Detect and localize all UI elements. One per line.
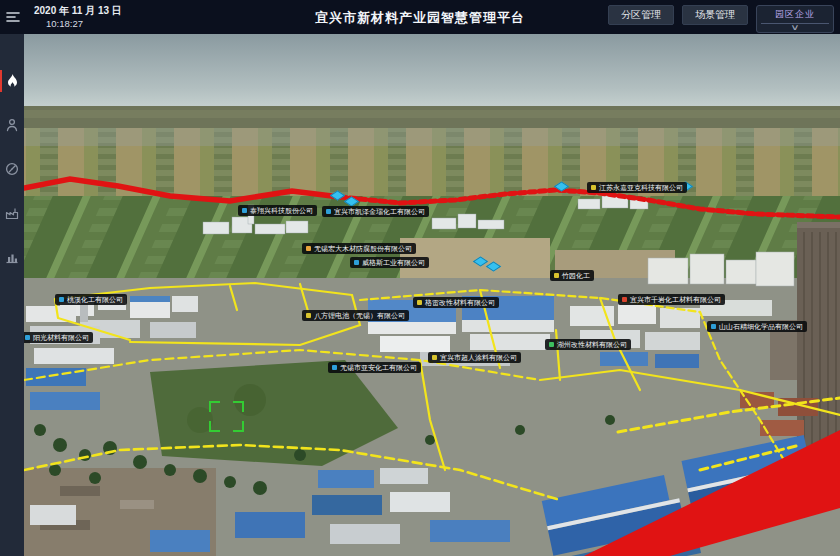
company-marker-icon — [622, 297, 627, 302]
company-name: 威格斯工业有限公司 — [362, 259, 425, 266]
map-label[interactable]: 宜兴市凯泽金瑞化工有限公司 — [322, 206, 429, 217]
sidebar — [0, 34, 24, 556]
map-label[interactable]: 威格斯工业有限公司 — [350, 257, 429, 268]
company-marker-icon — [326, 209, 331, 214]
map-label[interactable]: 八方锂电池（无锡）有限公司 — [302, 310, 409, 321]
company-name: 宜兴市超人涂料有限公司 — [440, 354, 517, 361]
company-marker-icon — [432, 355, 437, 360]
company-name: 八方锂电池（无锡）有限公司 — [314, 312, 405, 319]
map-label[interactable]: 阳光材料有限公司 — [21, 332, 93, 343]
top-bar: 2020 年 11 月 13 日 10:18:27 宜兴市新材料产业园智慧管理平… — [0, 0, 840, 34]
zone-management-button[interactable]: 分区管理 — [608, 5, 674, 25]
company-name: 阳光材料有限公司 — [33, 334, 89, 341]
chevron-down-icon: ∨ — [790, 25, 799, 31]
company-marker-icon — [354, 260, 359, 265]
company-marker-icon — [591, 185, 596, 190]
sidebar-item-monitoring[interactable] — [0, 160, 24, 178]
person-icon — [5, 118, 19, 132]
map-label[interactable]: 宜兴市千岩化工材料有限公司 — [618, 294, 725, 305]
gauge-icon — [5, 162, 19, 176]
company-name: 格雷改性材料有限公司 — [425, 299, 495, 306]
map-label[interactable]: 泰翔兴科技股份公司 — [238, 205, 317, 216]
map-label[interactable]: 湖州改性材料有限公司 — [545, 339, 631, 350]
company-marker-icon — [554, 273, 559, 278]
company-name: 无锡宏大木材防腐股份有限公司 — [314, 245, 412, 252]
company-marker-icon — [549, 342, 554, 347]
app-window: 2020 年 11 月 13 日 10:18:27 宜兴市新材料产业园智慧管理平… — [0, 0, 840, 556]
map-label[interactable]: 桃溪化工有限公司 — [55, 294, 127, 305]
sidebar-item-personnel[interactable] — [0, 116, 24, 134]
company-marker-icon — [711, 324, 716, 329]
factory-icon — [5, 206, 19, 220]
company-name: 竹园化工 — [562, 272, 590, 279]
map-label[interactable]: 宜兴市超人涂料有限公司 — [428, 352, 521, 363]
map-label[interactable]: 江苏永嘉亚克科技有限公司 — [587, 182, 687, 193]
company-marker-icon — [25, 335, 30, 340]
company-name: 泰翔兴科技股份公司 — [250, 207, 313, 214]
sidebar-item-fire-monitor[interactable] — [0, 72, 24, 90]
map-label[interactable]: 竹园化工 — [550, 270, 594, 281]
company-name: 江苏永嘉亚克科技有限公司 — [599, 184, 683, 191]
bar-chart-icon — [5, 250, 19, 264]
company-marker-icon — [242, 208, 247, 213]
company-marker-icon — [332, 365, 337, 370]
flame-icon — [6, 74, 19, 89]
company-name: 山山石精细化学品有限公司 — [719, 323, 803, 330]
dropdown-label: 园区企业 — [775, 8, 815, 21]
map-label[interactable]: 格雷改性材料有限公司 — [413, 297, 499, 308]
company-marker-icon — [306, 246, 311, 251]
company-marker-icon — [417, 300, 422, 305]
company-name: 无锡市亚安化工有限公司 — [340, 364, 417, 371]
company-name: 宜兴市千岩化工材料有限公司 — [630, 296, 721, 303]
topbar-actions: 分区管理 场景管理 园区企业 ∨ — [608, 5, 834, 33]
company-name: 湖州改性材料有限公司 — [557, 341, 627, 348]
sidebar-item-statistics[interactable] — [0, 248, 24, 266]
map-label[interactable]: 无锡宏大木材防腐股份有限公司 — [302, 243, 416, 254]
scene-management-button[interactable]: 场景管理 — [682, 5, 748, 25]
company-marker-icon — [306, 313, 311, 318]
park-enterprise-dropdown[interactable]: 园区企业 ∨ — [756, 5, 834, 33]
map-label[interactable]: 山山石精细化学品有限公司 — [707, 321, 807, 332]
company-marker-icon — [59, 297, 64, 302]
map-label[interactable]: 无锡市亚安化工有限公司 — [328, 362, 421, 373]
sidebar-item-enterprises[interactable] — [0, 204, 24, 222]
company-name: 桃溪化工有限公司 — [67, 296, 123, 303]
company-name: 宜兴市凯泽金瑞化工有限公司 — [334, 208, 425, 215]
